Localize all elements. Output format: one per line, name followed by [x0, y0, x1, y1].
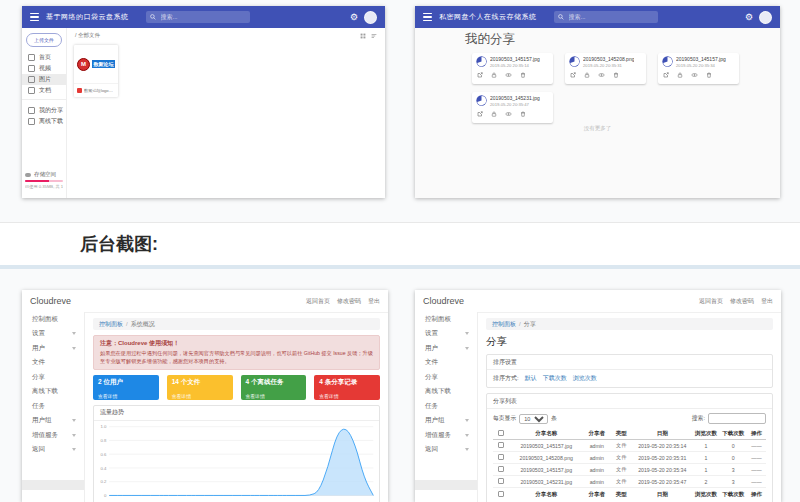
admin-sidebar-item[interactable]: 分享 [415, 370, 477, 385]
search-input[interactable] [567, 13, 654, 21]
per-page-select[interactable]: 10 [519, 414, 548, 424]
file-card[interactable]: M 数聚论坛 数聚论坛logo设计图.png [74, 45, 118, 97]
cell-share-name[interactable]: 20190503_145231.jpg [509, 476, 583, 488]
admin-sidebar-item[interactable]: 用户 [22, 341, 84, 356]
upload-button[interactable]: 上传文件 [26, 33, 62, 47]
menu-icon[interactable] [30, 13, 39, 21]
brand-logo[interactable]: Cloudreve [423, 296, 464, 306]
column-header[interactable]: 分享名称 [509, 427, 583, 440]
search-box[interactable] [554, 11, 658, 23]
column-header[interactable]: 日期 [632, 427, 692, 440]
share-card[interactable]: 20190503_145231.jpg 2019-05-20 20:35:47 [472, 92, 553, 123]
sidebar-nav-item[interactable]: 首页 [22, 52, 66, 63]
select-all-checkbox[interactable] [498, 430, 504, 436]
lock-icon[interactable] [491, 111, 497, 117]
row-checkbox[interactable] [498, 454, 504, 460]
admin-sidebar-item[interactable]: 返回 [22, 443, 84, 458]
share-card[interactable]: 20190503_145208.png 2019-05-20 20:35:31 [565, 53, 646, 84]
search-input[interactable] [159, 13, 246, 21]
trash-icon[interactable] [706, 72, 712, 78]
lock-icon[interactable] [491, 72, 497, 78]
cell-share-name[interactable]: 20190503_145157.jpg [509, 440, 583, 452]
settings-gear-icon[interactable]: ⚙ [745, 13, 753, 22]
admin-sidebar-item[interactable]: 用户 [415, 341, 477, 356]
column-header[interactable]: 操作 [747, 427, 766, 440]
user-avatar[interactable] [759, 11, 772, 24]
column-header[interactable]: 下载次数 [720, 427, 747, 440]
admin-sidebar-item[interactable]: 控制面板 [415, 312, 477, 327]
sidebar-nav-item[interactable]: 文档 [22, 85, 66, 96]
admin-sidebar-item[interactable]: 离线下载 [22, 385, 84, 400]
brand-logo[interactable]: Cloudreve [30, 296, 71, 306]
sort-option-link[interactable]: 浏览次数 [573, 374, 597, 383]
eye-icon[interactable] [691, 72, 698, 78]
column-header[interactable]: 类型 [610, 427, 632, 440]
sidebar-nav-item[interactable]: 离线下载 [22, 116, 66, 127]
row-checkbox[interactable] [498, 442, 504, 448]
lock-icon[interactable] [584, 72, 590, 78]
open-link-icon[interactable] [477, 111, 483, 117]
stat-details-link[interactable]: 查看详情 [319, 393, 375, 399]
admin-sidebar-item[interactable]: 文件 [415, 356, 477, 371]
admin-sidebar-item[interactable]: 返回 [415, 443, 477, 458]
stat-details-link[interactable]: 查看详情 [246, 393, 302, 399]
sidebar-collapse-button[interactable] [22, 480, 84, 490]
table-search-input[interactable] [708, 413, 766, 424]
topbar-link[interactable]: 返回首页 [306, 297, 330, 306]
cell-share-name[interactable]: 20190503_145157.jpg [509, 464, 583, 476]
admin-sidebar-item[interactable]: 任务 [22, 399, 84, 414]
settings-gear-icon[interactable]: ⚙ [350, 13, 358, 22]
cell-share-name[interactable]: 20190503_145208.png [509, 452, 583, 464]
topbar-link[interactable]: 修改密码 [730, 297, 754, 306]
sort-option-link[interactable]: 默认 [525, 374, 537, 383]
admin-sidebar-item-label: 用户 [425, 344, 438, 353]
sidebar-nav-item[interactable]: 视频 [22, 63, 66, 74]
row-checkbox[interactable] [498, 466, 504, 472]
open-link-icon[interactable] [663, 72, 669, 78]
topbar-link[interactable]: 返回首页 [699, 297, 723, 306]
open-link-icon[interactable] [570, 72, 576, 78]
admin-sidebar-item[interactable]: 增值服务 [22, 428, 84, 443]
topbar-link[interactable]: 修改密码 [337, 297, 361, 306]
row-checkbox[interactable] [498, 478, 504, 484]
sidebar-nav-item[interactable]: 图片 [22, 74, 66, 85]
search-box[interactable] [146, 11, 250, 23]
sort-option-link[interactable]: 下载次数 [543, 374, 567, 383]
topbar-link[interactable]: 登出 [368, 297, 380, 306]
admin-sidebar-item[interactable]: 设置 [22, 327, 84, 342]
breadcrumb-home-link[interactable]: 控制面板 [99, 320, 123, 329]
stat-details-link[interactable]: 查看详情 [98, 393, 154, 399]
admin-sidebar-item[interactable]: 用户组 [22, 414, 84, 429]
stat-details-link[interactable]: 查看详情 [172, 393, 228, 399]
open-link-icon[interactable] [477, 72, 483, 78]
trash-icon[interactable] [520, 111, 526, 117]
admin-sidebar-item[interactable]: 分享 [22, 370, 84, 385]
select-all-checkbox[interactable] [498, 491, 504, 497]
eye-icon[interactable] [598, 72, 605, 78]
admin-sidebar-item[interactable]: 文件 [22, 356, 84, 371]
sidebar-nav-item[interactable]: 我的分享 [22, 105, 66, 116]
user-avatar[interactable] [364, 11, 377, 24]
share-card[interactable]: 20190503_145157.jpg 2019-05-20 20:35:14 [472, 53, 553, 84]
topbar-link[interactable]: 登出 [761, 297, 773, 306]
sort-label: 排序方式: [493, 374, 519, 383]
eye-icon[interactable] [505, 111, 512, 117]
admin-sidebar-item[interactable]: 任务 [415, 399, 477, 414]
admin-sidebar-item[interactable]: 用户组 [415, 414, 477, 429]
breadcrumb-home-link[interactable]: 控制面板 [492, 320, 516, 329]
sidebar-collapse-button[interactable] [415, 480, 477, 490]
column-header[interactable]: 浏览次数 [692, 427, 719, 440]
eye-icon[interactable] [505, 72, 512, 78]
admin-sidebar-item[interactable]: 设置 [415, 327, 477, 342]
trash-icon[interactable] [613, 72, 619, 78]
admin-sidebar-item[interactable]: 增值服务 [415, 428, 477, 443]
lock-icon[interactable] [677, 72, 683, 78]
sort-icon[interactable] [371, 33, 377, 39]
admin-sidebar-item[interactable]: 离线下载 [415, 385, 477, 400]
trash-icon[interactable] [520, 72, 526, 78]
menu-icon[interactable] [423, 13, 432, 21]
admin-sidebar-item[interactable]: 控制面板 [22, 312, 84, 327]
grid-view-icon[interactable] [360, 33, 366, 39]
share-card[interactable]: 20190503_145157.jpg 2019-05-20 20:35:34 [658, 53, 739, 84]
column-header[interactable]: 分享者 [583, 427, 610, 440]
